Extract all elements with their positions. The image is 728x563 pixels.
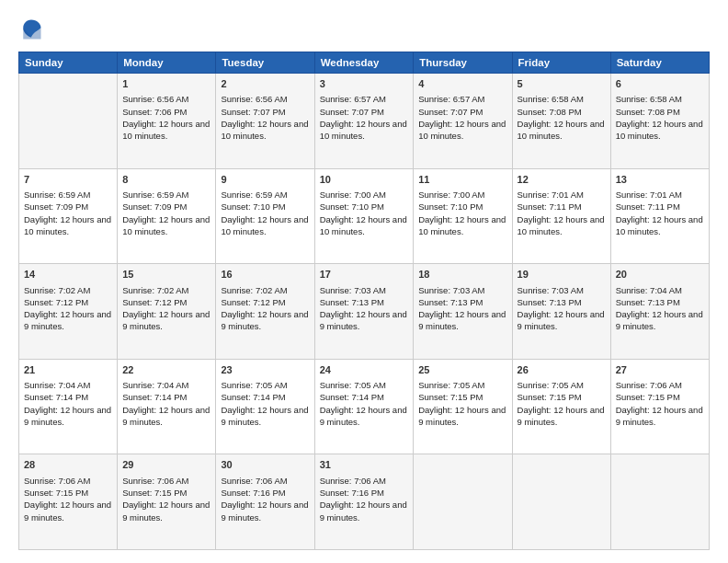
day-number: 28 <box>24 458 112 472</box>
sunrise-text: Sunrise: 7:06 AM <box>122 475 210 487</box>
daylight-text: Daylight: 12 hours and 9 minutes. <box>320 308 409 333</box>
week-row-4: 28Sunrise: 7:06 AMSunset: 7:15 PMDayligh… <box>19 454 710 550</box>
sunset-text: Sunset: 7:15 PM <box>418 391 506 403</box>
calendar-cell: 8Sunrise: 6:59 AMSunset: 7:09 PMDaylight… <box>118 168 216 264</box>
calendar-cell <box>512 454 610 550</box>
daylight-text: Daylight: 12 hours and 9 minutes. <box>616 404 704 429</box>
day-number: 27 <box>616 363 704 377</box>
daylight-text: Daylight: 12 hours and 10 minutes. <box>518 118 606 143</box>
calendar-cell: 28Sunrise: 7:06 AMSunset: 7:15 PMDayligh… <box>19 454 118 550</box>
day-number: 17 <box>320 268 409 282</box>
calendar-cell <box>19 74 118 169</box>
sunrise-text: Sunrise: 7:06 AM <box>320 475 409 487</box>
day-number: 11 <box>418 173 506 187</box>
sunset-text: Sunset: 7:08 PM <box>518 106 606 118</box>
day-number: 2 <box>221 77 309 91</box>
sunset-text: Sunset: 7:16 PM <box>320 487 409 499</box>
daylight-text: Daylight: 12 hours and 10 minutes. <box>418 118 506 143</box>
sunset-text: Sunset: 7:10 PM <box>221 201 309 213</box>
calendar-cell: 13Sunrise: 7:01 AMSunset: 7:11 PMDayligh… <box>610 168 709 264</box>
calendar-cell: 16Sunrise: 7:02 AMSunset: 7:12 PMDayligh… <box>216 264 314 360</box>
calendar-cell: 11Sunrise: 7:00 AMSunset: 7:10 PMDayligh… <box>414 168 512 264</box>
sunrise-text: Sunrise: 6:56 AM <box>122 93 210 105</box>
sunrise-text: Sunrise: 7:00 AM <box>418 189 506 201</box>
weekday-header-sunday: Sunday <box>19 52 118 74</box>
calendar-cell: 29Sunrise: 7:06 AMSunset: 7:15 PMDayligh… <box>118 454 216 550</box>
sunrise-text: Sunrise: 7:01 AM <box>616 189 704 201</box>
calendar-cell: 15Sunrise: 7:02 AMSunset: 7:12 PMDayligh… <box>118 264 216 360</box>
daylight-text: Daylight: 12 hours and 9 minutes. <box>24 308 112 333</box>
daylight-text: Daylight: 12 hours and 9 minutes. <box>418 308 506 333</box>
day-number: 12 <box>518 173 606 187</box>
day-number: 6 <box>616 77 704 91</box>
day-number: 25 <box>418 363 506 377</box>
daylight-text: Daylight: 12 hours and 10 minutes. <box>122 118 210 143</box>
sunset-text: Sunset: 7:10 PM <box>418 201 506 213</box>
calendar-table: SundayMondayTuesdayWednesdayThursdayFrid… <box>18 52 710 550</box>
day-number: 19 <box>518 268 606 282</box>
calendar-cell: 27Sunrise: 7:06 AMSunset: 7:15 PMDayligh… <box>610 359 709 454</box>
calendar-cell: 10Sunrise: 7:00 AMSunset: 7:10 PMDayligh… <box>314 168 414 264</box>
calendar-cell: 1Sunrise: 6:56 AMSunset: 7:06 PMDaylight… <box>118 74 216 169</box>
calendar-cell: 3Sunrise: 6:57 AMSunset: 7:07 PMDaylight… <box>314 74 414 169</box>
sunset-text: Sunset: 7:09 PM <box>24 201 112 213</box>
day-number: 14 <box>24 268 112 282</box>
sunrise-text: Sunrise: 7:06 AM <box>24 475 112 487</box>
day-number: 29 <box>122 458 210 472</box>
day-number: 21 <box>24 363 112 377</box>
daylight-text: Daylight: 12 hours and 9 minutes. <box>320 404 409 429</box>
daylight-text: Daylight: 12 hours and 9 minutes. <box>122 499 210 523</box>
sunset-text: Sunset: 7:13 PM <box>320 296 409 308</box>
sunrise-text: Sunrise: 7:02 AM <box>24 284 112 296</box>
sunrise-text: Sunrise: 7:00 AM <box>320 189 409 201</box>
sunset-text: Sunset: 7:12 PM <box>122 296 210 308</box>
sunrise-text: Sunrise: 7:04 AM <box>24 379 112 391</box>
daylight-text: Daylight: 12 hours and 10 minutes. <box>616 213 704 238</box>
weekday-header-wednesday: Wednesday <box>314 52 414 74</box>
weekday-header-tuesday: Tuesday <box>216 52 314 74</box>
day-number: 15 <box>122 268 210 282</box>
sunset-text: Sunset: 7:13 PM <box>418 296 506 308</box>
day-number: 31 <box>320 458 409 472</box>
daylight-text: Daylight: 12 hours and 10 minutes. <box>320 213 409 238</box>
day-number: 30 <box>221 458 309 472</box>
daylight-text: Daylight: 12 hours and 10 minutes. <box>418 213 506 238</box>
calendar-cell: 14Sunrise: 7:02 AMSunset: 7:12 PMDayligh… <box>19 264 118 360</box>
day-number: 13 <box>616 173 704 187</box>
calendar-cell: 7Sunrise: 6:59 AMSunset: 7:09 PMDaylight… <box>19 168 118 264</box>
sunset-text: Sunset: 7:07 PM <box>221 106 309 118</box>
sunset-text: Sunset: 7:14 PM <box>320 391 409 403</box>
calendar-cell: 24Sunrise: 7:05 AMSunset: 7:14 PMDayligh… <box>314 359 414 454</box>
daylight-text: Daylight: 12 hours and 9 minutes. <box>221 404 309 429</box>
day-number: 10 <box>320 173 409 187</box>
sunset-text: Sunset: 7:15 PM <box>518 391 606 403</box>
sunrise-text: Sunrise: 7:05 AM <box>221 379 309 391</box>
calendar-cell: 21Sunrise: 7:04 AMSunset: 7:14 PMDayligh… <box>19 359 118 454</box>
daylight-text: Daylight: 12 hours and 9 minutes. <box>221 308 309 333</box>
sunset-text: Sunset: 7:14 PM <box>24 391 112 403</box>
daylight-text: Daylight: 12 hours and 9 minutes. <box>24 404 112 429</box>
day-number: 8 <box>122 173 210 187</box>
day-number: 26 <box>518 363 606 377</box>
sunrise-text: Sunrise: 7:06 AM <box>221 475 309 487</box>
daylight-text: Daylight: 12 hours and 9 minutes. <box>418 404 506 429</box>
day-number: 5 <box>518 77 606 91</box>
sunset-text: Sunset: 7:07 PM <box>320 106 409 118</box>
sunrise-text: Sunrise: 7:01 AM <box>518 189 606 201</box>
daylight-text: Daylight: 12 hours and 9 minutes. <box>320 499 409 523</box>
daylight-text: Daylight: 12 hours and 10 minutes. <box>518 213 606 238</box>
calendar-cell: 6Sunrise: 6:58 AMSunset: 7:08 PMDaylight… <box>610 74 709 169</box>
weekday-header-friday: Friday <box>512 52 610 74</box>
calendar-cell: 9Sunrise: 6:59 AMSunset: 7:10 PMDaylight… <box>216 168 314 264</box>
daylight-text: Daylight: 12 hours and 9 minutes. <box>24 499 112 523</box>
logo-icon <box>18 17 44 42</box>
sunrise-text: Sunrise: 7:05 AM <box>418 379 506 391</box>
sunrise-text: Sunrise: 7:03 AM <box>518 284 606 296</box>
sunrise-text: Sunrise: 6:59 AM <box>221 189 309 201</box>
calendar-cell: 23Sunrise: 7:05 AMSunset: 7:14 PMDayligh… <box>216 359 314 454</box>
sunset-text: Sunset: 7:07 PM <box>418 106 506 118</box>
week-row-1: 7Sunrise: 6:59 AMSunset: 7:09 PMDaylight… <box>19 168 710 264</box>
calendar-cell: 26Sunrise: 7:05 AMSunset: 7:15 PMDayligh… <box>512 359 610 454</box>
day-number: 20 <box>616 268 704 282</box>
calendar-cell: 4Sunrise: 6:57 AMSunset: 7:07 PMDaylight… <box>414 74 512 169</box>
